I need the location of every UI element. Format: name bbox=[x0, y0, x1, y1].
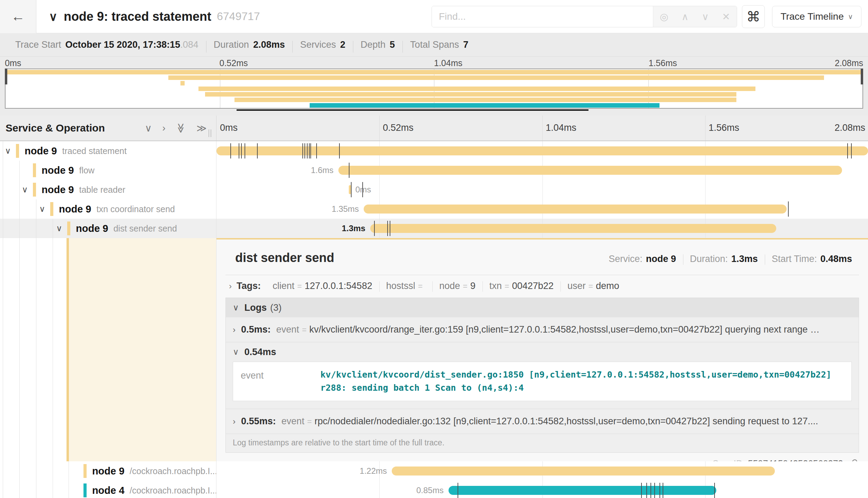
span-row[interactable]: node 9flow1.6ms bbox=[0, 161, 868, 180]
span-bar-cell[interactable]: 0ms bbox=[216, 180, 868, 199]
span-detail-stat: Service:node 9 bbox=[602, 254, 683, 264]
span-event-tick bbox=[663, 483, 663, 498]
span-bar-cell[interactable]: 1.22ms bbox=[216, 461, 868, 481]
span-row[interactable]: ∨node 9dist sender send1.3ms bbox=[0, 219, 868, 238]
back-arrow-icon: ← bbox=[11, 9, 25, 24]
find-group: ◎ ∧ ∨ ✕ bbox=[432, 6, 737, 27]
span-id-row: SpanID: 5597415943526560273 bbox=[225, 453, 859, 461]
logs-count: (3) bbox=[270, 302, 282, 313]
span-operation-name: flow bbox=[79, 165, 94, 175]
minimap-span-bar bbox=[168, 75, 824, 80]
find-input[interactable] bbox=[432, 6, 653, 27]
keyboard-shortcuts-button[interactable]: ⌘ bbox=[742, 5, 765, 28]
span-row[interactable]: node 4/cockroach.roachpb.I...0.85ms bbox=[0, 481, 868, 498]
tag-item: node=9 bbox=[432, 281, 482, 291]
span-bar-cell[interactable]: 1.6ms bbox=[216, 161, 868, 180]
tag-key: txn bbox=[489, 281, 502, 291]
expand-one-icon[interactable]: › bbox=[162, 123, 166, 134]
expand-all-icon[interactable]: ≫ bbox=[196, 123, 206, 134]
collapse-all-icon[interactable]: ≫ bbox=[175, 123, 187, 133]
top-bar: ← ∨ node 9: traced statement 6749717 ◎ ∧… bbox=[0, 0, 868, 33]
log-entry-row[interactable]: ›0.55ms:event=rpc/nodedialer/nodedialer.… bbox=[226, 409, 859, 434]
span-event-tick bbox=[304, 143, 305, 159]
span-bar-cell[interactable]: 1.3ms bbox=[216, 219, 868, 238]
info-value: 7 bbox=[463, 39, 468, 50]
minimap-span-bar bbox=[180, 81, 185, 85]
clear-search-icon[interactable]: ✕ bbox=[722, 11, 730, 22]
selected-span-gutter-fill bbox=[67, 238, 216, 461]
span-event-tick bbox=[387, 221, 388, 236]
span-bar[interactable] bbox=[370, 224, 776, 233]
view-selector-button[interactable]: Trace Timeline ∨ bbox=[772, 6, 861, 27]
tag-key: user bbox=[567, 281, 586, 291]
trace-info-bar: Trace StartOctober 15 2020, 17:38:15.084… bbox=[0, 33, 868, 57]
minimap-canvas[interactable] bbox=[5, 69, 863, 109]
log-entry-header[interactable]: ∨0.54ms bbox=[226, 342, 859, 362]
column-resizer-grip[interactable] bbox=[209, 129, 211, 137]
minimap-tick-label: 0.52ms bbox=[220, 58, 248, 68]
span-bar[interactable] bbox=[338, 166, 842, 175]
span-row[interactable]: ∨node 9traced statement bbox=[0, 141, 868, 161]
trace-id: 6749717 bbox=[217, 10, 260, 23]
span-service-name: node 9 bbox=[92, 465, 124, 477]
span-event-tick bbox=[309, 143, 310, 159]
span-event-tick bbox=[851, 143, 852, 159]
span-row[interactable]: ∨node 9txn coordinator send1.35ms bbox=[0, 199, 868, 219]
minimap-left-drag-handle[interactable] bbox=[5, 69, 7, 84]
span-bar-cell[interactable] bbox=[216, 141, 868, 161]
span-detail-left-gutter bbox=[0, 238, 216, 461]
span-bar[interactable] bbox=[364, 205, 787, 214]
chevron-down-icon: ∨ bbox=[233, 303, 239, 313]
collapse-one-icon[interactable]: ∨ bbox=[145, 123, 152, 134]
expand-chevron-icon[interactable]: ∨ bbox=[56, 224, 62, 233]
minimap-span-bar bbox=[198, 87, 755, 91]
minimap-span-bar bbox=[205, 92, 736, 97]
minimap-scroll-indicator[interactable] bbox=[237, 109, 588, 111]
expand-chevron-icon[interactable]: ∨ bbox=[39, 204, 45, 214]
span-id-label: SpanID: bbox=[712, 458, 745, 461]
minimap-tick-label: 1.04ms bbox=[434, 58, 462, 68]
copy-link-icon[interactable] bbox=[848, 459, 858, 462]
span-operation-name: traced statement bbox=[62, 146, 126, 156]
minimap-right-drag-handle[interactable] bbox=[861, 69, 863, 84]
span-bar-cell[interactable]: 0.85ms bbox=[216, 481, 868, 498]
match-target-icon[interactable]: ◎ bbox=[660, 11, 668, 22]
ruler-gridline bbox=[542, 116, 543, 141]
minimap-span-bar bbox=[310, 103, 659, 108]
stat-label: Service: bbox=[609, 254, 643, 264]
tree-controls: ∨ › ≫ ≫ bbox=[145, 116, 206, 141]
span-rows-below: node 9/cockroach.roachpb.I...1.22msnode … bbox=[0, 461, 868, 498]
minimap-tick-labels: 0ms0.52ms1.04ms1.56ms2.08ms bbox=[5, 58, 863, 69]
prev-match-icon[interactable]: ∧ bbox=[681, 11, 689, 22]
span-color-chip bbox=[67, 221, 70, 235]
trace-collapse-chevron-icon[interactable]: ∨ bbox=[49, 10, 57, 24]
ruler-gridline bbox=[379, 116, 380, 141]
span-event-tick bbox=[714, 483, 715, 498]
log-field-value: kv/kvclient/kvcoord/range_iter.go:159 [n… bbox=[309, 324, 820, 335]
next-match-icon[interactable]: ∨ bbox=[702, 11, 709, 22]
span-bar[interactable] bbox=[216, 146, 868, 155]
span-row[interactable]: node 9/cockroach.roachpb.I...1.22ms bbox=[0, 461, 868, 481]
span-row[interactable]: ∨node 9table reader0ms bbox=[0, 180, 868, 199]
span-service-name: node 9 bbox=[76, 223, 108, 234]
tag-value: 9 bbox=[470, 281, 476, 291]
span-operation-name: /cockroach.roachpb.I... bbox=[130, 486, 216, 496]
span-bar[interactable] bbox=[392, 467, 775, 476]
expand-chevron-icon[interactable]: ∨ bbox=[22, 185, 28, 194]
span-bar-cell[interactable]: 1.35ms bbox=[216, 199, 868, 219]
stat-value: 0.48ms bbox=[820, 254, 852, 264]
span-bar[interactable] bbox=[449, 486, 716, 495]
expand-chevron-icon[interactable]: ∨ bbox=[5, 146, 11, 156]
chevron-right-icon: › bbox=[233, 417, 236, 426]
log-entry-row[interactable]: ›0.5ms:event=kv/kvclient/kvcoord/range_i… bbox=[226, 317, 859, 342]
stat-label: Start Time: bbox=[772, 254, 817, 264]
logs-header[interactable]: ∨ Logs (3) bbox=[226, 298, 859, 317]
span-event-tick bbox=[374, 221, 375, 236]
back-button[interactable]: ← bbox=[0, 0, 36, 33]
span-service-name: node 9 bbox=[42, 184, 74, 196]
span-detail-title: dist sender send bbox=[235, 251, 334, 265]
span-detail-header: dist sender send Service:node 9Duration:… bbox=[225, 251, 859, 265]
tags-toggle-row[interactable]: › Tags: client=127.0.0.1:54582hostssl=no… bbox=[225, 275, 859, 295]
service-operation-header: Service & Operation ∨ › ≫ ≫ bbox=[0, 116, 216, 141]
equals-sign: = bbox=[297, 282, 302, 291]
